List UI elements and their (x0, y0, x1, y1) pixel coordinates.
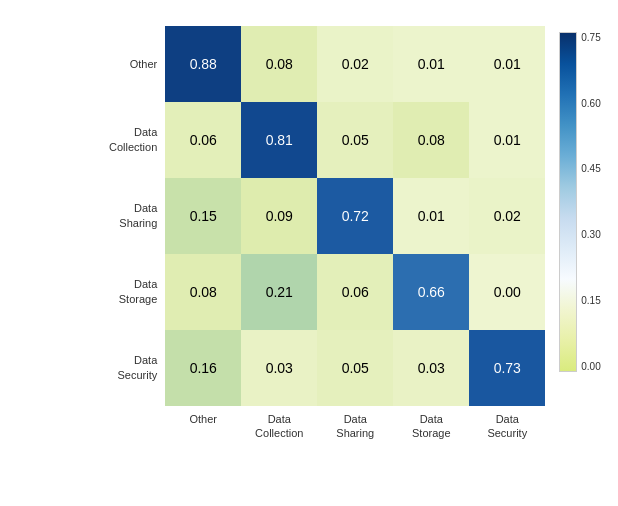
cell-3-3: 0.66 (393, 254, 469, 330)
cell-2-0: 0.15 (165, 178, 241, 254)
y-label-data-storage: DataStorage (87, 254, 165, 330)
x-labels: Other DataCollection DataSharing DataSto… (165, 412, 545, 441)
y-label-data-sharing: DataSharing (87, 178, 165, 254)
cell-1-2: 0.05 (317, 102, 393, 178)
cell-4-4: 0.73 (469, 330, 545, 406)
cell-3-0: 0.08 (165, 254, 241, 330)
colorbar-tick-015: 0.15 (581, 295, 600, 306)
y-labels: Other DataCollection DataSharing DataSto… (87, 26, 165, 406)
cell-0-3: 0.01 (393, 26, 469, 102)
y-label-other: Other (87, 26, 165, 102)
matrix-grid: 0.880.080.020.010.010.060.810.050.080.01… (165, 26, 545, 406)
colorbar-tick-075: 0.75 (581, 32, 600, 43)
cell-2-4: 0.02 (469, 178, 545, 254)
x-label-other: Other (165, 412, 241, 441)
colorbar-tick-060: 0.60 (581, 98, 600, 109)
cell-0-1: 0.08 (241, 26, 317, 102)
colorbar: 0.75 0.60 0.45 0.30 0.15 0.00 (559, 28, 600, 408)
x-label-data-collection: DataCollection (241, 412, 317, 441)
cell-3-4: 0.00 (469, 254, 545, 330)
x-label-data-storage: DataStorage (393, 412, 469, 441)
y-label-data-collection: DataCollection (87, 102, 165, 178)
x-label-data-security: DataSecurity (469, 412, 545, 441)
cell-1-1: 0.81 (241, 102, 317, 178)
cell-3-1: 0.21 (241, 254, 317, 330)
cell-3-2: 0.06 (317, 254, 393, 330)
cell-2-1: 0.09 (241, 178, 317, 254)
colorbar-tick-045: 0.45 (581, 163, 600, 174)
cell-1-3: 0.08 (393, 102, 469, 178)
y-label-data-security: DataSecurity (87, 330, 165, 406)
cell-0-4: 0.01 (469, 26, 545, 102)
cell-4-2: 0.05 (317, 330, 393, 406)
colorbar-labels: 0.75 0.60 0.45 0.30 0.15 0.00 (581, 32, 600, 372)
cell-2-2: 0.72 (317, 178, 393, 254)
cell-4-1: 0.03 (241, 330, 317, 406)
colorbar-gradient (559, 32, 577, 372)
cell-4-3: 0.03 (393, 330, 469, 406)
cell-1-4: 0.01 (469, 102, 545, 178)
chart-container: Other DataCollection DataSharing DataSto… (7, 6, 610, 501)
colorbar-tick-000: 0.00 (581, 361, 600, 372)
cell-0-2: 0.02 (317, 26, 393, 102)
colorbar-tick-030: 0.30 (581, 229, 600, 240)
matrix-area: 0.880.080.020.010.010.060.810.050.080.01… (165, 26, 545, 441)
cell-2-3: 0.01 (393, 178, 469, 254)
cell-4-0: 0.16 (165, 330, 241, 406)
cell-0-0: 0.88 (165, 26, 241, 102)
x-label-data-sharing: DataSharing (317, 412, 393, 441)
cell-1-0: 0.06 (165, 102, 241, 178)
